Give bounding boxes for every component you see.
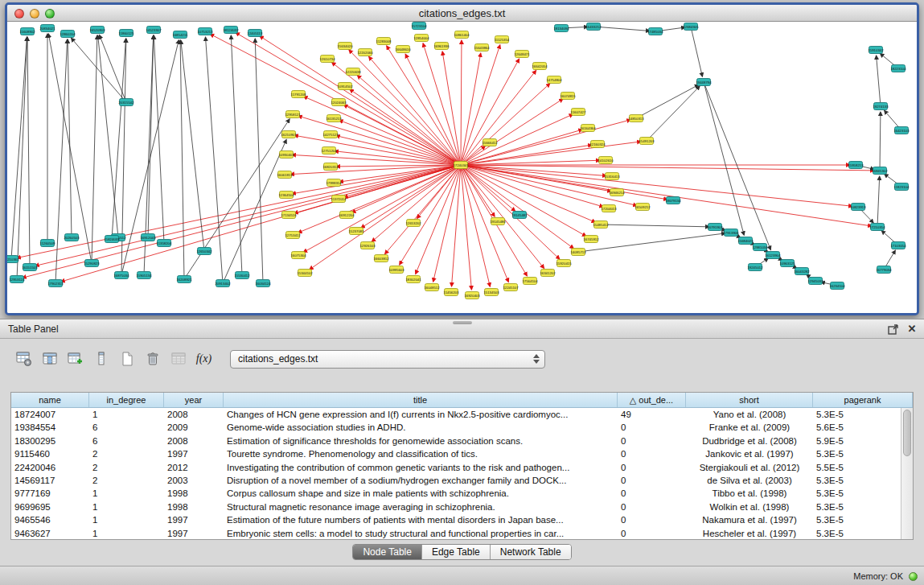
tab-network-table[interactable]: Network Table xyxy=(491,545,571,559)
graph-node[interactable]: 15634020 xyxy=(337,43,353,50)
graph-node[interactable]: 16603812 xyxy=(373,255,389,262)
new-document-icon[interactable] xyxy=(116,348,138,370)
column-header-short[interactable]: short xyxy=(686,393,813,407)
graph-node[interactable]: 15237081 xyxy=(348,228,364,235)
graph-node[interactable]: 15316413 xyxy=(604,173,620,180)
graph-node[interactable]: 12610734 xyxy=(319,56,335,63)
graph-node[interactable]: 15608902 xyxy=(19,28,35,35)
tab-edge-table[interactable]: Edge Table xyxy=(422,545,491,559)
graph-node[interactable]: 19448794 xyxy=(696,79,712,86)
graph-node[interactable]: 16845302 xyxy=(872,167,888,175)
graph-node[interactable]: 18223104 xyxy=(890,65,906,72)
graph-node[interactable]: 14850313 xyxy=(628,115,644,122)
graph-node[interactable]: 17998314 xyxy=(326,179,342,187)
graph-node[interactable]: 12854004 xyxy=(413,35,429,42)
graph-node[interactable]: 15684023 xyxy=(737,237,754,245)
graph-node[interactable]: 16433212 xyxy=(585,23,602,31)
splitter-handle[interactable] xyxy=(453,321,472,324)
table-row[interactable]: 946554611997Estimation of the future num… xyxy=(11,513,901,526)
graph-node[interactable]: 10963125 xyxy=(779,260,795,267)
graph-node[interactable]: 17902313 xyxy=(47,280,64,287)
close-button[interactable] xyxy=(14,9,24,19)
graph-node[interactable]: 16820312 xyxy=(322,163,339,171)
graph-node[interactable]: 18124032 xyxy=(223,27,239,34)
column-icon[interactable] xyxy=(90,348,112,370)
graph-node[interactable]: 17913906 xyxy=(723,229,739,237)
graph-node[interactable]: 16061813 xyxy=(277,171,293,179)
table-row[interactable]: 1938455462009Genome-wide association stu… xyxy=(11,421,901,434)
graph-node[interactable]: 12650342 xyxy=(196,248,212,255)
graph-node[interactable]: 16779034 xyxy=(876,266,892,274)
close-panel-icon[interactable]: ✕ xyxy=(906,323,918,335)
graph-node[interactable]: 16875034 xyxy=(113,272,129,279)
graph-node[interactable]: 14275123 xyxy=(322,131,339,138)
graph-node[interactable]: 11791208 xyxy=(291,91,306,98)
graph-node[interactable]: 16642054 xyxy=(532,63,548,70)
edit-table-icon[interactable] xyxy=(64,348,86,370)
graph-node[interactable]: 15910342 xyxy=(868,47,884,54)
graph-node[interactable]: 19145481 xyxy=(511,212,528,219)
graph-node[interactable]: 12753412 xyxy=(285,232,301,239)
graph-node[interactable]: 16423103 xyxy=(893,127,910,134)
zoom-button[interactable] xyxy=(45,9,55,19)
graph-node[interactable]: 10914502 xyxy=(337,83,353,90)
graph-node[interactable]: 12860204 xyxy=(60,31,76,38)
graph-node[interactable]: 11372014 xyxy=(331,196,347,203)
table-selector-dropdown[interactable]: citations_edges.txt xyxy=(230,350,545,369)
table-row[interactable]: 946362711997Embryonic stem cells: a mode… xyxy=(11,527,901,539)
graph-node[interactable]: 20315542 xyxy=(118,99,134,106)
graph-node[interactable]: 16946214 xyxy=(609,189,625,196)
column-header-out_de[interactable]: △ out_de... xyxy=(618,393,686,407)
graph-node[interactable]: 12648471 xyxy=(514,51,530,58)
graph-node[interactable]: 15290823 xyxy=(84,260,100,267)
graph-node[interactable]: 14523307 xyxy=(146,27,162,34)
graph-node[interactable]: 17204013 xyxy=(601,205,617,212)
graph-node[interactable]: 15530412 xyxy=(234,272,250,279)
table-row[interactable]: 1456911722003Disruption of a novel membe… xyxy=(11,474,901,487)
graph-node[interactable]: 15485412 xyxy=(593,221,609,229)
graph-node[interactable]: 12926103 xyxy=(359,242,376,249)
graph-node[interactable]: 12210361 xyxy=(7,256,19,263)
graph-node[interactable]: 20260503 xyxy=(64,234,80,241)
graph-node[interactable]: 15958213 xyxy=(848,162,864,169)
graph-node[interactable]: 11125354 xyxy=(495,36,510,43)
graph-node[interactable]: 16520903 xyxy=(89,27,105,34)
graph-node[interactable]: 11823104 xyxy=(894,183,910,191)
graph-node[interactable]: 12945032 xyxy=(807,278,823,285)
graph-node[interactable]: 19245012 xyxy=(747,264,763,271)
graph-node[interactable]: 16075304 xyxy=(290,252,306,259)
column-header-title[interactable]: title xyxy=(224,393,618,407)
graph-node[interactable]: 10930403 xyxy=(278,151,294,159)
column-header-name[interactable]: name xyxy=(11,393,89,407)
graph-node[interactable]: 12751204 xyxy=(321,147,337,154)
graph-node[interactable]: 12981034 xyxy=(752,244,768,251)
graph-node[interactable]: 15666412 xyxy=(482,139,498,146)
table-row[interactable]: 911546021997Tourette syndrome. Phenomeno… xyxy=(11,447,901,460)
graph-node[interactable]: 12958121 xyxy=(285,111,301,118)
graph-node[interactable]: 10753213 xyxy=(197,28,213,35)
function-builder-icon[interactable]: f(x) xyxy=(193,348,215,370)
graph-node[interactable]: 16043282 xyxy=(794,268,810,275)
tab-node-table[interactable]: Node Table xyxy=(353,545,422,559)
graph-node[interactable]: 14754804 xyxy=(546,76,562,84)
graph-node[interactable]: 16034124 xyxy=(255,280,271,287)
graph-node[interactable]: 19145480 xyxy=(490,218,506,225)
graph-node[interactable]: 17134516 xyxy=(281,212,297,219)
graph-node[interactable]: 16135213 xyxy=(326,115,342,122)
graph-node[interactable]: 17564104 xyxy=(522,278,538,285)
graph-node[interactable]: 16961936 xyxy=(433,43,450,50)
graph-node[interactable]: 20834021 xyxy=(39,25,55,32)
table-row[interactable]: 977716911998Corpus callosum shape and si… xyxy=(11,487,901,500)
table-row[interactable]: 1872400712008Changes of HCN gene express… xyxy=(11,408,901,421)
graph-node[interactable]: 16854211 xyxy=(173,31,188,39)
delete-icon[interactable] xyxy=(142,348,163,370)
graph-node[interactable]: 12405113 xyxy=(248,30,263,37)
table-settings-icon[interactable] xyxy=(13,348,35,370)
graph-node[interactable]: 10995603 xyxy=(388,266,405,274)
graph-node[interactable]: 16745912 xyxy=(583,236,599,243)
graph-node[interactable]: 18679134 xyxy=(665,197,681,204)
graph-node[interactable]: 12024063 xyxy=(331,99,347,106)
minimize-button[interactable] xyxy=(30,9,39,19)
graph-node[interactable]: 12364504 xyxy=(278,192,294,199)
table-scrollbar[interactable] xyxy=(901,408,913,539)
